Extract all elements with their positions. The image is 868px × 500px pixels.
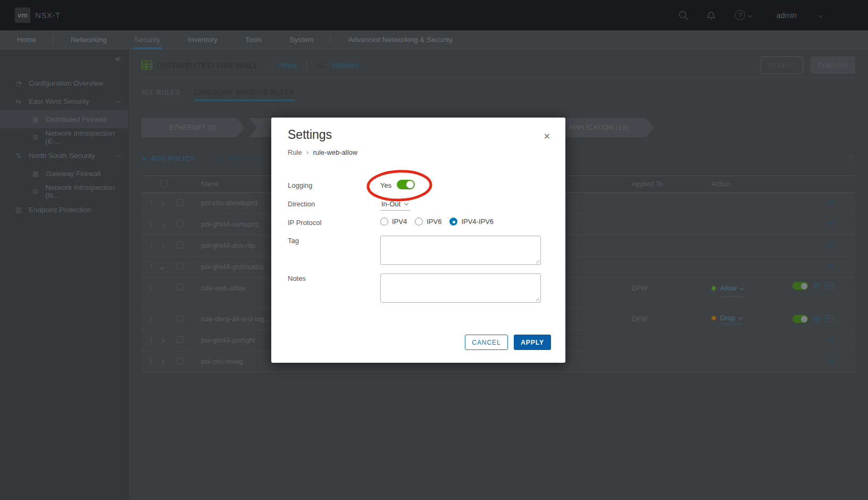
chevron-down-icon[interactable]: [116, 99, 121, 104]
nav-item-inventory[interactable]: Inventory: [186, 30, 220, 49]
rule-enabled-toggle[interactable]: [792, 315, 808, 323]
radio-ipv6[interactable]: IPV6: [415, 218, 441, 226]
apply-button[interactable]: APPLY: [514, 335, 551, 350]
gear-icon[interactable]: ⚙: [827, 242, 834, 249]
bell-icon[interactable]: [706, 10, 716, 21]
row-checkbox[interactable]: [177, 241, 183, 248]
whitelist-link[interactable]: Whitelist: [332, 61, 358, 69]
top-bar: vm NSX-T ? admin: [0, 0, 868, 30]
row-expand-icon[interactable]: [160, 339, 165, 344]
sidebar-item-network-introspection-e[interactable]: ⧉Network Introspection (E-...: [0, 128, 128, 146]
help-icon[interactable]: ?: [735, 10, 745, 20]
nav-divider: [330, 35, 331, 45]
notes-field[interactable]: [380, 273, 541, 303]
sidebar-list: ◔Configuration Overview⇆East West Securi…: [0, 74, 128, 219]
row-menu-icon[interactable]: ⋮: [148, 284, 155, 292]
row-checkbox[interactable]: [177, 357, 183, 364]
stats-graph-icon[interactable]: [825, 282, 834, 289]
column-header-action[interactable]: Action: [712, 180, 778, 188]
gear-icon[interactable]: ⚙: [827, 263, 834, 271]
revert-button[interactable]: REVERT: [761, 56, 803, 74]
nav-item-tools[interactable]: Tools: [243, 30, 264, 49]
plus-icon: +: [141, 155, 147, 163]
action-caret-icon: [740, 286, 745, 291]
column-header-applied-to[interactable]: Applied To: [632, 180, 712, 188]
add-policy-button[interactable]: + ADD POLICY: [141, 155, 195, 163]
sidebar-item-endpoint-protection[interactable]: ▤Endpoint Protection: [0, 201, 128, 219]
row-expand-icon[interactable]: [160, 265, 165, 270]
nav-item-home[interactable]: Home: [15, 30, 38, 49]
close-icon[interactable]: ✕: [544, 131, 550, 141]
row-expand-icon[interactable]: [160, 223, 165, 228]
row-checkbox[interactable]: [177, 336, 183, 343]
nav-item-security[interactable]: Security: [132, 30, 163, 49]
logging-value: Yes: [380, 181, 391, 189]
gear-icon[interactable]: ⚙: [827, 337, 834, 344]
gear-icon[interactable]: ⚙: [827, 358, 834, 365]
modal-breadcrumb: Rule›rule-web-allow: [288, 148, 357, 156]
gear-icon[interactable]: ⚙: [813, 282, 820, 290]
row-expand-icon[interactable]: [160, 244, 165, 249]
publish-button[interactable]: PUBLISH: [811, 56, 855, 74]
add-rule-button[interactable]: + ADD RULE: [218, 155, 264, 163]
sidebar-item-distributed-firewall[interactable]: ▦Distributed Firewall: [0, 110, 128, 128]
row-checkbox[interactable]: [177, 263, 183, 270]
direction-select[interactable]: In-Out: [380, 200, 410, 211]
rules-tabs: ALL RULES CATEGORY SPECIFIC RULES: [141, 89, 295, 101]
select-all-checkbox[interactable]: [161, 180, 168, 187]
category-tab-ethernet[interactable]: ETHERNET (0): [141, 118, 245, 137]
plus-icon: +: [218, 155, 224, 163]
nav-item-networking[interactable]: Networking: [69, 30, 109, 49]
row-menu-icon[interactable]: ⋮: [148, 199, 155, 207]
row-checkbox[interactable]: [177, 315, 183, 322]
sidebar-item-network-introspection-n[interactable]: ⧉Network Introspection (N...: [0, 182, 128, 201]
row-checkbox[interactable]: [177, 220, 183, 227]
stats-graph-icon[interactable]: [825, 315, 834, 322]
gear-icon[interactable]: ⚙: [813, 315, 820, 323]
row-menu-icon[interactable]: ⋮: [148, 357, 155, 365]
action-cell[interactable]: Allow: [712, 282, 778, 297]
row-checkbox[interactable]: [177, 199, 183, 206]
about-link[interactable]: About: [279, 61, 297, 69]
search-icon[interactable]: [678, 10, 689, 21]
row-expand-icon[interactable]: [160, 360, 165, 365]
action-cell[interactable]: Drop: [712, 314, 778, 324]
cancel-button[interactable]: CANCEL: [465, 335, 508, 350]
gear-icon[interactable]: ⚙: [827, 199, 834, 207]
row-expand-icon[interactable]: [160, 202, 165, 206]
collapse-sidebar-icon[interactable]: «: [114, 53, 121, 64]
filter-icon[interactable]: [847, 155, 855, 163]
tab-category-specific-rules[interactable]: CATEGORY SPECIFIC RULES: [194, 89, 295, 101]
sidebar-item-east-west-security[interactable]: ⇆East West Security: [0, 92, 128, 110]
logging-label: Logging: [288, 181, 312, 189]
firewall-grid-icon: ▦: [31, 115, 40, 123]
help-caret-icon: [748, 13, 753, 18]
radio-ipv4-ipv6[interactable]: IPV4-IPV6: [449, 218, 494, 226]
row-menu-icon[interactable]: ⋮: [148, 315, 155, 323]
product-name: NSX-T: [35, 11, 60, 20]
row-menu-icon[interactable]: ⋮: [148, 241, 155, 249]
logging-toggle[interactable]: [397, 180, 415, 189]
sidebar-item-gateway-firewall[interactable]: ▦Gateway Firewall: [0, 164, 128, 182]
sidebar-item-label: Endpoint Protection: [29, 206, 91, 214]
rule-enabled-toggle[interactable]: [792, 282, 808, 290]
sidebar-item-configuration-overview[interactable]: ◔Configuration Overview: [0, 74, 128, 92]
row-menu-icon[interactable]: ⋮: [148, 336, 155, 344]
sidebar-item-north-south-security[interactable]: ⇅North South Security: [0, 146, 128, 164]
sidebar-item-label: Gateway Firewall: [46, 170, 101, 178]
gear-icon[interactable]: ⚙: [827, 221, 834, 228]
row-menu-icon[interactable]: ⋮: [148, 263, 155, 271]
tab-all-rules[interactable]: ALL RULES: [141, 89, 180, 101]
row-checkbox[interactable]: [177, 284, 183, 290]
title-caret-icon[interactable]: [263, 63, 268, 68]
row-menu-icon[interactable]: ⋮: [148, 220, 155, 228]
radio-ipv4[interactable]: IPV4: [380, 218, 407, 226]
notes-field-wrap: [380, 273, 541, 303]
settings-modal: Settings ✕ Rule›rule-web-allow Logging Y…: [271, 118, 565, 363]
tag-field[interactable]: [380, 236, 541, 265]
chevron-down-icon[interactable]: [116, 153, 121, 158]
user-menu[interactable]: admin: [777, 11, 797, 20]
nav-item-advanced-networking-security[interactable]: Advanced Networking & Security: [346, 30, 455, 49]
nav-item-system[interactable]: System: [287, 30, 315, 49]
notes-label: Notes: [288, 274, 306, 282]
